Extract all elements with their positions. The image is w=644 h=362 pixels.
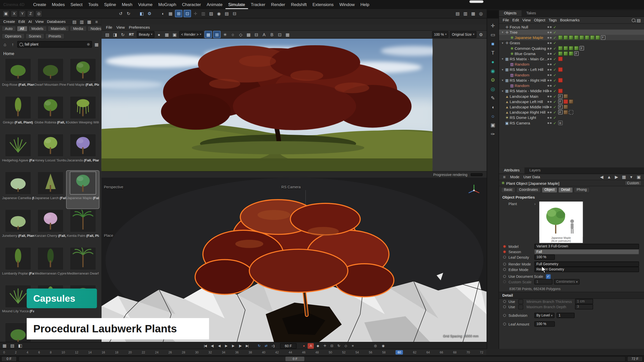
- assets-tab-all[interactable]: All: [17, 26, 27, 32]
- menu-render[interactable]: Render: [268, 0, 288, 9]
- material-chip-brown[interactable]: [563, 94, 568, 99]
- material-chip[interactable]: [563, 46, 568, 51]
- search-icon[interactable]: [632, 18, 635, 22]
- hamburger-icon[interactable]: ≡: [501, 174, 508, 180]
- timeline-tick[interactable]: 12: [75, 350, 78, 354]
- editor-visibility-dot[interactable]: [547, 63, 549, 65]
- render-settings-icon[interactable]: ⚙: [146, 10, 153, 17]
- sphere-icon[interactable]: ○: [230, 31, 236, 38]
- timeline-tick[interactable]: 34: [222, 350, 225, 354]
- assets-menu-edit[interactable]: Edit: [17, 18, 27, 24]
- mirror-icon[interactable]: ▥: [200, 10, 207, 17]
- globe-icon[interactable]: ◎: [478, 10, 484, 17]
- objects-menu-view[interactable]: View: [521, 17, 532, 23]
- list-view-icon[interactable]: ▥: [78, 18, 85, 25]
- menu-select[interactable]: Select: [68, 0, 86, 9]
- enabled-check-icon[interactable]: ✓: [553, 89, 556, 93]
- enabled-check-icon[interactable]: ✓: [553, 121, 556, 125]
- camera-label[interactable]: RS Camera: [281, 185, 301, 189]
- tab-layers[interactable]: Layers: [525, 167, 545, 173]
- keyframe-dot[interactable]: [503, 305, 506, 308]
- render-visibility-dot[interactable]: [550, 69, 552, 70]
- tab-attributes[interactable]: Attributes: [499, 167, 525, 173]
- keyframe-dot[interactable]: [503, 256, 506, 258]
- record-parameter-icon[interactable]: ◇: [343, 343, 349, 349]
- tile-icon[interactable]: ⊞: [213, 31, 220, 38]
- object-row-landscape-main[interactable]: ▲Landscape Main✓F: [499, 94, 644, 99]
- collapse-icon[interactable]: ▾: [501, 31, 504, 34]
- collapse-icon[interactable]: ▾: [501, 41, 504, 44]
- zoom-dropdown[interactable]: 100 %▾: [432, 31, 449, 38]
- asset-tile-hedgehog-agave[interactable]: Hedgehog Agave (Fall...: [2, 133, 34, 171]
- render-visibility-dot[interactable]: [550, 63, 552, 65]
- thumb-view-icon[interactable]: ▤: [71, 18, 77, 25]
- timeline-tick[interactable]: 38: [249, 350, 252, 354]
- asset-tile-japanese-larch[interactable]: Japanese Larch (Fall, Pl...: [34, 171, 67, 208]
- text-tool-icon[interactable]: T: [489, 49, 497, 57]
- clear-search-icon[interactable]: ⊗: [87, 42, 90, 46]
- size-dropdown[interactable]: Original Size▾: [450, 31, 476, 38]
- renderview-menu-preferences[interactable]: Preferences: [127, 24, 152, 30]
- render-canvas[interactable]: [101, 38, 487, 171]
- coord-system-icon[interactable]: ◎: [35, 10, 42, 17]
- editor-visibility-dot[interactable]: [547, 101, 549, 103]
- record-scale-icon[interactable]: ⊡: [329, 343, 335, 349]
- attr-tab-basic[interactable]: Basic: [501, 187, 515, 193]
- render-visibility-dot[interactable]: [550, 31, 552, 33]
- menu-create[interactable]: Create: [30, 0, 49, 9]
- asset-tile-globe-robinia[interactable]: Globe Robinia (Fall, Pl...: [34, 95, 67, 133]
- enabled-check-icon[interactable]: ✓: [553, 78, 556, 82]
- up-icon[interactable]: ▲: [606, 174, 612, 180]
- render-visibility-dot[interactable]: [550, 122, 552, 124]
- forward-icon[interactable]: ▶: [613, 174, 620, 180]
- object-row-rs-matrix-middle-hill[interactable]: ▾▦RS Matrix - Middle Hill✓: [499, 88, 644, 94]
- assets-tab-scenes[interactable]: Scenes: [25, 33, 44, 39]
- timeline-tick[interactable]: 8: [50, 350, 52, 354]
- collider-icon[interactable]: ◎: [489, 85, 497, 93]
- dropdown-icon[interactable]: ▾: [628, 174, 634, 180]
- record-icon[interactable]: ●: [301, 343, 307, 349]
- enabled-check-icon[interactable]: ✓: [553, 73, 556, 77]
- workplane-icon[interactable]: ▦: [167, 10, 174, 17]
- timeline-ruler[interactable]: 0246810121416182022242628303234363840424…: [0, 349, 487, 355]
- enabled-check-icon[interactable]: ✓: [553, 105, 556, 109]
- material-chip[interactable]: [558, 35, 562, 40]
- timeline-tick[interactable]: 22: [142, 350, 145, 354]
- use-document-scale-checkbox[interactable]: ✓: [546, 274, 551, 279]
- fit-icon[interactable]: ◇: [237, 31, 244, 38]
- place-tool-label[interactable]: Place: [104, 234, 113, 238]
- timeline-tick[interactable]: 24: [155, 350, 158, 354]
- editor-visibility-dot[interactable]: [547, 74, 549, 76]
- render-visibility-dot[interactable]: [550, 79, 552, 81]
- editor-visibility-dot[interactable]: [547, 79, 549, 81]
- timeline-tick[interactable]: 52: [342, 350, 346, 354]
- assets-tab-operators[interactable]: Operators: [2, 33, 25, 39]
- keyframe-dot[interactable]: [503, 314, 506, 317]
- render-mode-dropdown[interactable]: Full Geometry: [534, 261, 639, 267]
- next-key-icon[interactable]: |▶: [237, 343, 243, 349]
- timeline-tick[interactable]: 56: [369, 350, 372, 354]
- attr-tab-detail[interactable]: Detail: [558, 187, 573, 193]
- editor-visibility-dot[interactable]: [547, 48, 549, 49]
- attr-menu-mode[interactable]: Mode: [508, 174, 521, 180]
- keyframe-dot[interactable]: [503, 300, 506, 303]
- material-chip[interactable]: [595, 35, 600, 40]
- editor-mode-dropdown[interactable]: Render Geometry: [534, 267, 639, 272]
- layout-card-icon[interactable]: ▤: [223, 10, 230, 17]
- timeline-tick[interactable]: 36: [235, 350, 239, 354]
- min-branch-checkbox[interactable]: [518, 299, 523, 304]
- expand-chevron-icon[interactable]: ›: [534, 201, 536, 206]
- assets-menu-view[interactable]: View: [34, 18, 45, 24]
- asset-tile-jacaranda[interactable]: Jacaranda (Fall, Plant): [66, 133, 99, 171]
- objects-menu-edit[interactable]: Edit: [511, 17, 521, 23]
- menu-tracker[interactable]: Tracker: [248, 0, 268, 9]
- b-compare-button[interactable]: B: [269, 31, 275, 38]
- object-row-rs-matrix-left-hill[interactable]: ▾▦RS Matrix - Left Hill✓: [499, 67, 644, 72]
- renderview-menu-view[interactable]: View: [114, 24, 127, 30]
- timeline-tick[interactable]: 16: [102, 350, 105, 354]
- render-visibility-dot[interactable]: [550, 58, 552, 60]
- f-tag[interactable]: F: [558, 110, 562, 115]
- material-chip[interactable]: [574, 46, 579, 51]
- menu-mesh[interactable]: Mesh: [119, 0, 135, 9]
- season-dropdown[interactable]: Fall: [534, 249, 639, 254]
